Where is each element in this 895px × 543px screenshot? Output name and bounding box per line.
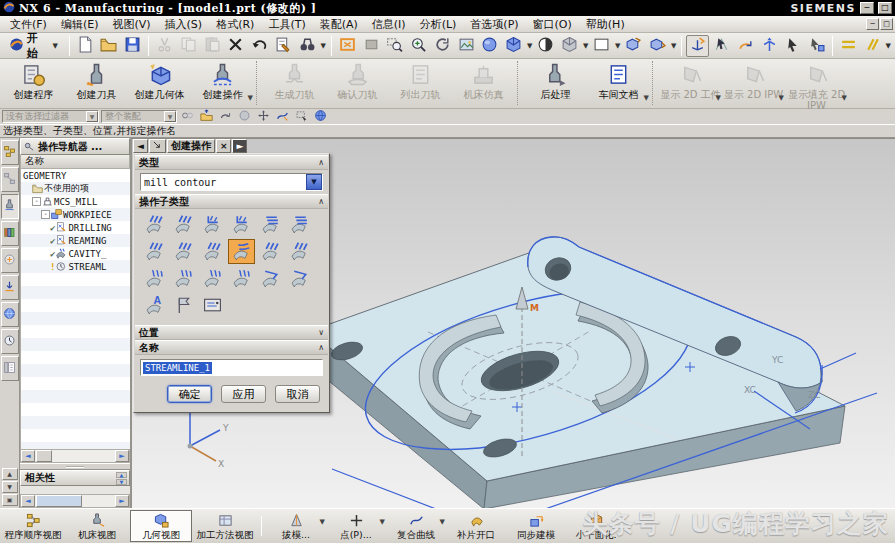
navigator-column-header[interactable]: 名称 (20, 155, 130, 169)
dropdown-caret-icon[interactable]: ▼ (380, 517, 385, 527)
scroll-thumb[interactable] (36, 495, 82, 507)
dir-steep-subtype-button[interactable] (286, 239, 313, 264)
select-box-button[interactable] (293, 110, 310, 124)
tree-row[interactable]: !STREAML (21, 260, 130, 273)
menu-preferences[interactable]: 首选项(P) (463, 16, 525, 33)
tree-row[interactable]: ✔DRILLING (21, 221, 130, 234)
save-button[interactable] (121, 35, 144, 57)
contour-text-subtype-button[interactable]: A (141, 293, 168, 318)
dependencies-hscrollbar[interactable]: ◄ ► (20, 494, 130, 508)
cancel-button[interactable]: 取消 (275, 385, 320, 403)
assembly-navigator-tab[interactable] (1, 140, 19, 165)
flowcut-multi-subtype-button[interactable] (170, 266, 197, 291)
dropdown-caret-icon[interactable]: ▼ (779, 93, 784, 104)
postprocess-button[interactable]: 后处理 (524, 60, 587, 107)
streamline-subtype-button[interactable] (228, 239, 255, 264)
synchronous-modeling-button[interactable]: 同步建模 (507, 510, 565, 542)
combo-dropdown-icon[interactable]: ▼ (164, 111, 176, 122)
menu-insert[interactable]: 插入(S) (158, 16, 210, 33)
dropdown-caret-icon[interactable]: ▼ (526, 42, 533, 50)
name-section-header[interactable]: 名称 ∧ (135, 340, 328, 355)
maximize-button[interactable]: □ (878, 2, 892, 14)
tree-row[interactable]: GEOMETRY (21, 169, 130, 182)
constraint-navigator-tab[interactable] (1, 167, 19, 192)
snap-rotate-button[interactable] (734, 35, 757, 57)
create-program-button[interactable]: 创建程序 (2, 60, 65, 107)
expand-icon[interactable]: ∨ (318, 328, 324, 337)
dropdown-caret-icon[interactable]: ▼ (614, 42, 621, 50)
gray-cube-button[interactable] (558, 35, 581, 57)
scroll-right-icon[interactable]: ► (115, 450, 129, 462)
scroll-left-icon[interactable]: ◄ (21, 450, 35, 462)
tree-row[interactable]: -MCS_MILL (21, 195, 130, 208)
tree-row[interactable]: 不使用的项 (21, 182, 130, 195)
tree-row[interactable]: ✔CAVITY_ (21, 247, 130, 260)
redo-arrow-button[interactable] (217, 110, 234, 124)
start-menu-button[interactable]: 开始 ▼ (3, 29, 65, 63)
mill-control-subtype-button[interactable] (199, 293, 226, 318)
create-geometry-button[interactable]: 创建几何体 (128, 60, 191, 107)
fixed-contour-subtype-button[interactable] (141, 239, 168, 264)
menu-analysis[interactable]: 分析(L) (413, 16, 464, 33)
shaded-cube-button[interactable] (502, 35, 525, 57)
dropdown-caret-icon[interactable]: ▼ (644, 93, 649, 104)
open-folder-button[interactable] (98, 35, 121, 57)
background-white-button[interactable] (590, 35, 613, 57)
rest-mill-subtype-button[interactable] (228, 212, 255, 237)
composite-curve-button[interactable]: 复合曲线▼ (387, 510, 445, 542)
menu-view[interactable]: 视图(V) (105, 16, 157, 33)
menu-window[interactable]: 窗口(O) (526, 16, 579, 33)
snap-circles-button[interactable] (179, 110, 196, 124)
document-restore-button[interactable]: □ (880, 18, 893, 30)
dropdown-caret-icon[interactable]: ▼ (248, 93, 253, 104)
folder-up-button[interactable] (198, 110, 215, 124)
dropdown-caret-icon[interactable]: ▼ (670, 42, 677, 50)
navigator-header[interactable]: 操作导航器 ... (20, 138, 130, 155)
create-tool-button[interactable]: 创建刀具 (65, 60, 128, 107)
tree-expander-icon[interactable]: - (32, 197, 41, 206)
selection-filter-combo[interactable]: 没有选择过滤器 ▼ (2, 110, 99, 123)
web-browser-tab[interactable] (1, 302, 19, 327)
dropdown-caret-icon[interactable]: ▼ (842, 93, 847, 104)
collapse-icon[interactable]: ∧ (318, 197, 324, 206)
ok-button[interactable]: 确定 (167, 385, 212, 403)
menu-assemblies[interactable]: 装配(A) (313, 16, 365, 33)
curve-pencil-button[interactable] (274, 110, 291, 124)
zlevel-profile-subtype-button[interactable] (257, 212, 284, 237)
machine-tool-view-button[interactable]: 机床视图 (66, 510, 128, 542)
dialog-forward-button[interactable]: ► (232, 139, 247, 153)
zoom-gray-button[interactable] (360, 35, 383, 57)
cursor-snap-button[interactable] (805, 35, 828, 57)
flowcut-ref-subtype-button[interactable] (199, 266, 226, 291)
rotate-view-button[interactable] (431, 35, 454, 57)
contour-3d-subtype-button[interactable] (286, 266, 313, 291)
dropdown-caret-icon[interactable]: ▼ (319, 42, 326, 50)
dropdown-caret-icon[interactable]: ▼ (320, 517, 325, 527)
hd3d-tool-tab[interactable] (1, 248, 19, 273)
cursor-select-button[interactable] (781, 35, 804, 57)
flowcut-single-subtype-button[interactable] (141, 266, 168, 291)
operation-navigator-tab[interactable] (1, 194, 19, 219)
earth-blue-button[interactable] (312, 110, 329, 124)
drag-arrows-button[interactable] (255, 110, 272, 124)
tree-row[interactable]: ✔REAMING (21, 234, 130, 247)
combo-dropdown-icon[interactable]: ▼ (306, 174, 322, 190)
zoom-window-button[interactable] (383, 35, 406, 57)
diagonal-lines-button[interactable] (861, 35, 884, 57)
delete-x-button[interactable] (224, 35, 247, 57)
patch-opening-button[interactable]: 补片开口 (447, 510, 505, 542)
flowcut-smooth-subtype-button[interactable] (228, 266, 255, 291)
point-button[interactable]: 点(P)...▼ (327, 510, 385, 542)
dropdown-caret-icon[interactable]: ▼ (885, 42, 892, 50)
pan-view-button[interactable] (455, 35, 478, 57)
location-section-header[interactable]: 位置 ∨ (135, 325, 328, 340)
operation-name-input[interactable]: STREAMLINE_1 (140, 359, 323, 376)
tree-expander-icon[interactable]: - (41, 210, 50, 219)
contour-area-subtype-button[interactable] (170, 239, 197, 264)
dialog-close-button[interactable]: × (216, 139, 232, 153)
type-section-header[interactable]: 类型 ∧ (135, 155, 328, 170)
subtype-section-header[interactable]: 操作子类型 ∧ (135, 194, 328, 209)
collapse-icon[interactable]: ∧ (318, 343, 324, 352)
palette-tab[interactable] (1, 356, 19, 381)
dropdown-caret-icon[interactable]: ▼ (716, 93, 721, 104)
